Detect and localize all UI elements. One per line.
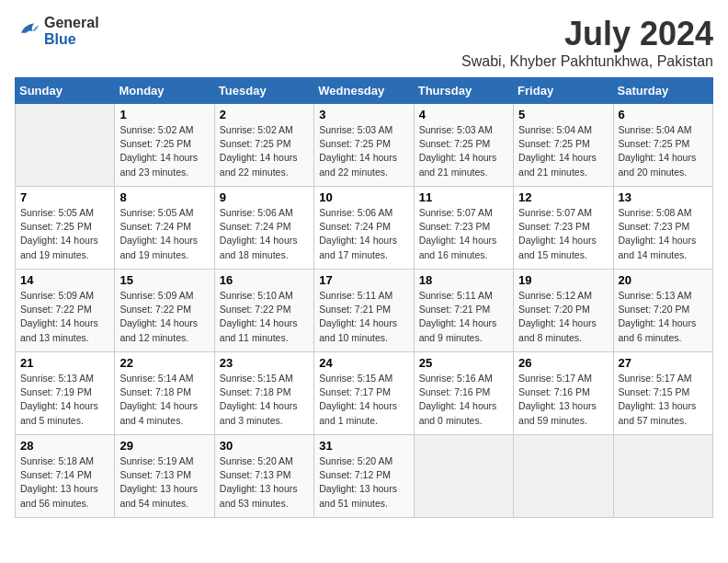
col-monday: Monday — [115, 78, 214, 104]
day-number: 23 — [220, 356, 309, 370]
calendar-week-5: 28Sunrise: 5:18 AMSunset: 7:14 PMDayligh… — [16, 435, 713, 518]
day-info: Sunrise: 5:05 AMSunset: 7:24 PMDaylight:… — [119, 206, 209, 262]
calendar-cell: 31Sunrise: 5:20 AMSunset: 7:12 PMDayligh… — [314, 435, 414, 518]
calendar-cell: 6Sunrise: 5:04 AMSunset: 7:25 PMDaylight… — [613, 104, 712, 187]
calendar-cell: 25Sunrise: 5:16 AMSunset: 7:16 PMDayligh… — [414, 352, 513, 435]
calendar-cell — [613, 435, 712, 518]
calendar-cell: 30Sunrise: 5:20 AMSunset: 7:13 PMDayligh… — [214, 435, 313, 518]
day-number: 3 — [319, 108, 408, 121]
calendar-cell: 19Sunrise: 5:12 AMSunset: 7:20 PMDayligh… — [514, 270, 613, 352]
day-info: Sunrise: 5:14 AMSunset: 7:18 PMDaylight:… — [119, 372, 209, 428]
calendar-cell: 7Sunrise: 5:05 AMSunset: 7:25 PMDaylight… — [16, 187, 115, 270]
calendar-cell: 4Sunrise: 5:03 AMSunset: 7:25 PMDaylight… — [414, 104, 513, 187]
day-number: 31 — [319, 439, 408, 453]
day-info: Sunrise: 5:18 AMSunset: 7:14 PMDaylight:… — [20, 454, 109, 511]
calendar-cell: 5Sunrise: 5:04 AMSunset: 7:25 PMDaylight… — [514, 104, 613, 187]
logo: General Blue — [15, 15, 99, 47]
day-number: 22 — [119, 356, 209, 370]
day-info: Sunrise: 5:12 AMSunset: 7:20 PMDaylight:… — [518, 289, 608, 345]
calendar-week-1: 1Sunrise: 5:02 AMSunset: 7:25 PMDaylight… — [16, 104, 713, 187]
page-header: General Blue July 2024 Swabi, Khyber Pak… — [15, 15, 713, 70]
calendar-cell: 13Sunrise: 5:08 AMSunset: 7:23 PMDayligh… — [613, 187, 712, 270]
day-info: Sunrise: 5:20 AMSunset: 7:13 PMDaylight:… — [220, 454, 309, 511]
col-sunday: Sunday — [16, 78, 115, 104]
calendar-cell: 27Sunrise: 5:17 AMSunset: 7:15 PMDayligh… — [613, 352, 712, 435]
calendar-cell: 3Sunrise: 5:03 AMSunset: 7:25 PMDaylight… — [314, 104, 414, 187]
col-tuesday: Tuesday — [214, 78, 313, 104]
calendar-cell: 26Sunrise: 5:17 AMSunset: 7:16 PMDayligh… — [514, 352, 613, 435]
calendar-cell: 12Sunrise: 5:07 AMSunset: 7:23 PMDayligh… — [514, 187, 613, 270]
col-thursday: Thursday — [414, 78, 513, 104]
day-info: Sunrise: 5:20 AMSunset: 7:12 PMDaylight:… — [319, 454, 408, 511]
day-number: 19 — [518, 273, 608, 287]
day-info: Sunrise: 5:13 AMSunset: 7:19 PMDaylight:… — [20, 372, 109, 428]
calendar-cell — [514, 435, 613, 518]
calendar-cell — [16, 104, 115, 187]
calendar-cell: 23Sunrise: 5:15 AMSunset: 7:18 PMDayligh… — [214, 352, 313, 435]
calendar-cell — [414, 435, 513, 518]
day-info: Sunrise: 5:17 AMSunset: 7:16 PMDaylight:… — [518, 372, 608, 428]
calendar-cell: 11Sunrise: 5:07 AMSunset: 7:23 PMDayligh… — [414, 187, 513, 270]
calendar-table: Sunday Monday Tuesday Wednesday Thursday… — [15, 77, 713, 518]
day-info: Sunrise: 5:05 AMSunset: 7:25 PMDaylight:… — [20, 206, 109, 262]
calendar-cell: 2Sunrise: 5:02 AMSunset: 7:25 PMDaylight… — [214, 104, 313, 187]
day-info: Sunrise: 5:07 AMSunset: 7:23 PMDaylight:… — [419, 206, 508, 262]
day-number: 16 — [220, 273, 309, 287]
day-info: Sunrise: 5:07 AMSunset: 7:23 PMDaylight:… — [518, 206, 608, 262]
calendar-cell: 17Sunrise: 5:11 AMSunset: 7:21 PMDayligh… — [314, 270, 414, 352]
day-number: 6 — [619, 108, 708, 121]
day-number: 1 — [119, 108, 209, 121]
calendar-cell: 14Sunrise: 5:09 AMSunset: 7:22 PMDayligh… — [16, 270, 115, 352]
day-number: 26 — [518, 356, 608, 370]
day-number: 5 — [518, 108, 608, 121]
day-info: Sunrise: 5:15 AMSunset: 7:17 PMDaylight:… — [319, 372, 408, 428]
calendar-week-4: 21Sunrise: 5:13 AMSunset: 7:19 PMDayligh… — [16, 352, 713, 435]
calendar-week-3: 14Sunrise: 5:09 AMSunset: 7:22 PMDayligh… — [16, 270, 713, 352]
day-info: Sunrise: 5:02 AMSunset: 7:25 PMDaylight:… — [220, 123, 309, 179]
day-info: Sunrise: 5:11 AMSunset: 7:21 PMDaylight:… — [419, 289, 508, 345]
title-block: July 2024 Swabi, Khyber Pakhtunkhwa, Pak… — [461, 15, 713, 70]
day-info: Sunrise: 5:09 AMSunset: 7:22 PMDaylight:… — [119, 289, 209, 345]
logo-general: General — [44, 15, 99, 31]
day-number: 14 — [20, 273, 109, 287]
calendar-cell: 28Sunrise: 5:18 AMSunset: 7:14 PMDayligh… — [16, 435, 115, 518]
logo-text: General Blue — [44, 15, 99, 47]
day-number: 18 — [419, 273, 508, 287]
calendar-week-2: 7Sunrise: 5:05 AMSunset: 7:25 PMDaylight… — [16, 187, 713, 270]
day-info: Sunrise: 5:15 AMSunset: 7:18 PMDaylight:… — [220, 372, 309, 428]
day-info: Sunrise: 5:04 AMSunset: 7:25 PMDaylight:… — [518, 123, 608, 179]
day-number: 2 — [220, 108, 309, 121]
calendar-cell: 9Sunrise: 5:06 AMSunset: 7:24 PMDaylight… — [214, 187, 313, 270]
logo-icon — [15, 18, 40, 44]
day-info: Sunrise: 5:09 AMSunset: 7:22 PMDaylight:… — [20, 289, 109, 345]
day-info: Sunrise: 5:19 AMSunset: 7:13 PMDaylight:… — [119, 454, 209, 511]
col-saturday: Saturday — [613, 78, 712, 104]
calendar-cell: 18Sunrise: 5:11 AMSunset: 7:21 PMDayligh… — [414, 270, 513, 352]
day-number: 15 — [119, 273, 209, 287]
day-info: Sunrise: 5:10 AMSunset: 7:22 PMDaylight:… — [220, 289, 309, 345]
calendar-cell: 24Sunrise: 5:15 AMSunset: 7:17 PMDayligh… — [314, 352, 414, 435]
day-number: 28 — [20, 439, 109, 453]
header-row: Sunday Monday Tuesday Wednesday Thursday… — [16, 78, 713, 104]
day-number: 29 — [119, 439, 209, 453]
day-info: Sunrise: 5:03 AMSunset: 7:25 PMDaylight:… — [419, 123, 508, 179]
calendar-cell: 8Sunrise: 5:05 AMSunset: 7:24 PMDaylight… — [115, 187, 214, 270]
calendar-cell: 22Sunrise: 5:14 AMSunset: 7:18 PMDayligh… — [115, 352, 214, 435]
day-number: 20 — [619, 273, 708, 287]
calendar-cell: 10Sunrise: 5:06 AMSunset: 7:24 PMDayligh… — [314, 187, 414, 270]
day-info: Sunrise: 5:06 AMSunset: 7:24 PMDaylight:… — [319, 206, 408, 262]
day-number: 11 — [419, 190, 508, 204]
day-number: 24 — [319, 356, 408, 370]
day-info: Sunrise: 5:08 AMSunset: 7:23 PMDaylight:… — [619, 206, 708, 262]
day-number: 30 — [220, 439, 309, 453]
day-info: Sunrise: 5:16 AMSunset: 7:16 PMDaylight:… — [419, 372, 508, 428]
day-number: 27 — [619, 356, 708, 370]
main-title: July 2024 — [461, 15, 713, 53]
day-number: 9 — [220, 190, 309, 204]
day-number: 12 — [518, 190, 608, 204]
subtitle: Swabi, Khyber Pakhtunkhwa, Pakistan — [461, 53, 713, 70]
day-info: Sunrise: 5:03 AMSunset: 7:25 PMDaylight:… — [319, 123, 408, 179]
calendar-cell: 16Sunrise: 5:10 AMSunset: 7:22 PMDayligh… — [214, 270, 313, 352]
day-info: Sunrise: 5:13 AMSunset: 7:20 PMDaylight:… — [619, 289, 708, 345]
day-info: Sunrise: 5:17 AMSunset: 7:15 PMDaylight:… — [619, 372, 708, 428]
